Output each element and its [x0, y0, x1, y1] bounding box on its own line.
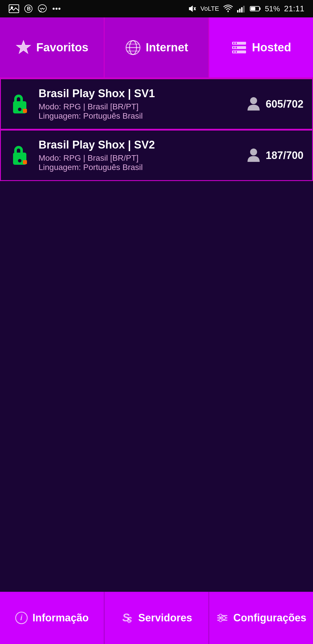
- server-sv2-players: 187/700: [246, 148, 303, 163]
- server-item-sv1[interactable]: Brasil Play Shox | SV1 Modo: RPG | Brasi…: [0, 78, 313, 130]
- server-sv2-icon: [10, 144, 30, 167]
- mute-icon: [188, 4, 196, 13]
- tab-servidores[interactable]: S $ Servidores: [105, 592, 209, 644]
- person-icon-sv1: [246, 97, 261, 112]
- svg-point-32: [250, 97, 257, 104]
- player-icon-sv1: [246, 97, 261, 112]
- more-icon: [52, 7, 61, 10]
- star-icon: [15, 39, 32, 56]
- tab-internet[interactable]: Internet: [105, 17, 209, 77]
- info-icon: i: [15, 612, 28, 624]
- svg-rect-31: [236, 51, 237, 53]
- configuracoes-label: Configurações: [233, 612, 306, 624]
- svg-text:i: i: [20, 613, 23, 622]
- person-icon-sv2: [246, 148, 261, 163]
- server-sv2-count: 187/700: [266, 149, 303, 162]
- svg-marker-17: [17, 41, 30, 53]
- server-sv1-icon: [10, 93, 30, 116]
- svg-point-7: [59, 8, 61, 10]
- image-icon: [9, 4, 19, 13]
- informacao-label: Informação: [32, 612, 89, 624]
- signal-icon: [237, 5, 246, 12]
- svg-rect-10: [237, 10, 239, 12]
- svg-point-33: [250, 149, 257, 155]
- server-sv2-name: Brasil Play Shox | SV2: [39, 139, 246, 151]
- server-sv1-name: Brasil Play Shox | SV1: [39, 87, 246, 100]
- svg-rect-30: [233, 51, 234, 53]
- server-item-sv2[interactable]: Brasil Play Shox | SV2 Modo: RPG | Brasi…: [0, 130, 313, 181]
- internet-label: Internet: [146, 41, 188, 54]
- svg-rect-0: [9, 5, 19, 13]
- server-sv1-language: Linguagem: Português Brasil: [39, 111, 246, 121]
- server-sv1-players: 605/702: [246, 97, 303, 112]
- svg-rect-27: [236, 42, 237, 44]
- status-bar: B VoLTE: [0, 0, 313, 17]
- favoritos-label: Favoritos: [36, 41, 88, 54]
- svg-point-41: [219, 614, 222, 617]
- servidores-icon: S $: [121, 612, 134, 624]
- player-icon-sv2: [246, 148, 261, 163]
- wifi-icon: [223, 5, 233, 13]
- tab-informacao[interactable]: i Informação: [0, 592, 105, 644]
- main-content: Brasil Play Shox | SV1 Modo: RPG | Brasi…: [0, 78, 313, 592]
- server-sv1-mode: Modo: RPG | Brasil [BR/PT]: [39, 102, 246, 111]
- hosted-label: Hosted: [252, 41, 291, 54]
- server-sv2-mode: Modo: RPG | Brasil [BR/PT]: [39, 153, 246, 163]
- svg-rect-11: [239, 9, 241, 12]
- tab-favoritos[interactable]: Favoritos: [0, 17, 105, 77]
- top-tabs: Favoritos Internet Hosted: [0, 17, 313, 78]
- status-left-icons: B: [9, 4, 61, 13]
- svg-text:B: B: [27, 6, 31, 12]
- settings-icon: [216, 612, 229, 624]
- svg-text:$: $: [127, 615, 132, 624]
- svg-point-42: [223, 616, 225, 619]
- volte-label: VoLTE: [200, 5, 219, 12]
- status-right-icons: VoLTE 51% 21:11: [188, 4, 304, 13]
- server-sv1-info: Brasil Play Shox | SV1 Modo: RPG | Brasi…: [39, 87, 246, 121]
- battery-percent: 51%: [265, 4, 280, 13]
- b-icon: B: [24, 4, 32, 13]
- messenger-icon: [38, 4, 47, 13]
- svg-rect-12: [241, 7, 243, 12]
- tab-hosted[interactable]: Hosted: [209, 17, 313, 77]
- bottom-nav: i Informação S $ Servidores Configuraçõe…: [0, 592, 313, 644]
- hosted-icon: [231, 39, 247, 56]
- svg-point-5: [53, 8, 55, 10]
- battery-icon: [250, 6, 261, 12]
- svg-rect-13: [243, 6, 245, 12]
- svg-rect-28: [233, 47, 234, 48]
- tab-configuracoes[interactable]: Configurações: [209, 592, 313, 644]
- time-display: 21:11: [284, 4, 304, 13]
- svg-rect-29: [236, 47, 237, 48]
- globe-icon: [125, 39, 141, 56]
- server-sv2-info: Brasil Play Shox | SV2 Modo: RPG | Brasi…: [39, 139, 246, 172]
- server-sv1-count: 605/702: [266, 98, 303, 110]
- svg-point-43: [219, 619, 222, 622]
- servidores-label: Servidores: [138, 612, 192, 624]
- svg-rect-15: [259, 8, 261, 10]
- server-sv2-language: Linguagem: Português Brasil: [39, 163, 246, 172]
- svg-rect-26: [233, 42, 234, 44]
- svg-point-6: [56, 8, 58, 10]
- svg-rect-16: [251, 7, 255, 10]
